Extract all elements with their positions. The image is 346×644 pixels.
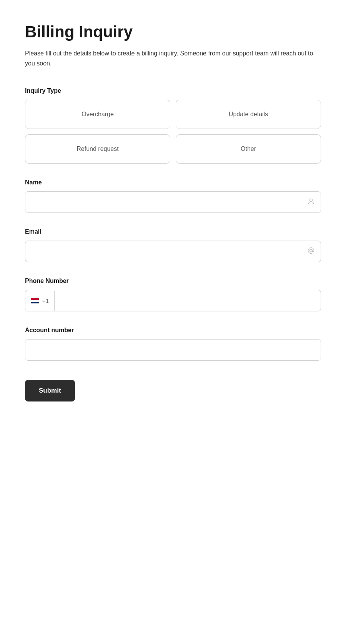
inquiry-option-overcharge[interactable]: Overcharge (25, 100, 170, 129)
email-section: Email (25, 228, 321, 262)
page-title: Billing Inquiry (25, 23, 321, 41)
inquiry-type-label: Inquiry Type (25, 87, 321, 94)
phone-input[interactable] (55, 290, 321, 311)
phone-label: Phone Number (25, 278, 321, 284)
phone-country-selector[interactable]: +1 (25, 291, 55, 311)
email-label: Email (25, 228, 321, 235)
name-input[interactable] (25, 191, 321, 213)
submit-button[interactable]: Submit (25, 380, 75, 401)
phone-section: Phone Number +1 (25, 278, 321, 311)
name-label: Name (25, 179, 321, 186)
name-section: Name (25, 179, 321, 213)
email-input-wrapper (25, 241, 321, 262)
page-subtitle: Please fill out the details below to cre… (25, 49, 321, 68)
inquiry-type-grid: Overcharge Update details Refund request… (25, 100, 321, 164)
account-section: Account number (25, 327, 321, 361)
phone-input-wrapper: +1 (25, 290, 321, 311)
phone-country-code: +1 (42, 298, 49, 304)
inquiry-option-update-details[interactable]: Update details (176, 100, 321, 129)
account-input[interactable] (25, 339, 321, 361)
email-input[interactable] (25, 241, 321, 262)
flag-icon (31, 298, 39, 304)
inquiry-option-other[interactable]: Other (176, 134, 321, 164)
inquiry-type-section: Inquiry Type Overcharge Update details R… (25, 87, 321, 164)
account-label: Account number (25, 327, 321, 334)
inquiry-option-refund-request[interactable]: Refund request (25, 134, 170, 164)
account-input-wrapper (25, 339, 321, 361)
name-input-wrapper (25, 191, 321, 213)
